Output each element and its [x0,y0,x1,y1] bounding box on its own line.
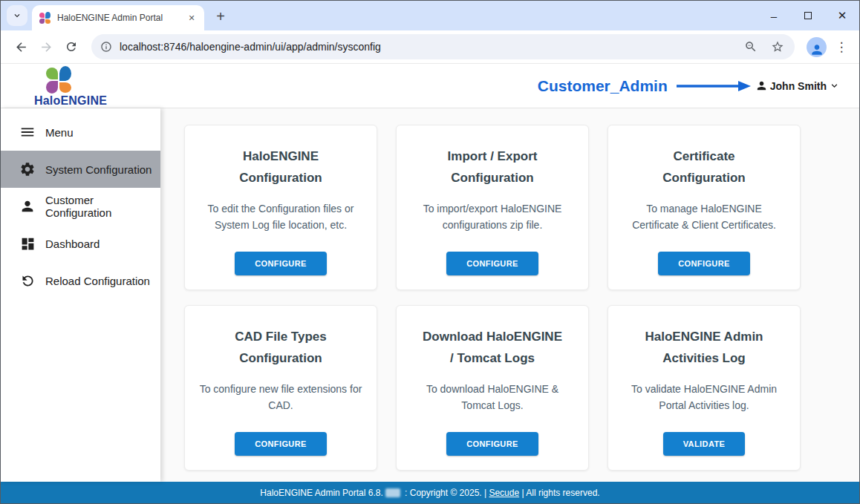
close-window-button[interactable]: ✕ [825,1,859,30]
tab-search-button[interactable] [7,5,27,26]
browser-toolbar: localhost:8746/haloengine-admin/ui/app/a… [1,30,859,64]
bookmark-star-icon[interactable] [768,37,787,56]
redacted-version-patch [385,488,400,497]
forward-button[interactable] [33,34,59,59]
haloengine-favicon [39,12,51,24]
footer-copyright-text: : Copyright © 2025. | [403,488,489,498]
sidebar-item-system-configuration[interactable]: System Configuration [1,151,160,188]
profile-person-icon [809,42,824,57]
logo-text: HaloENGINE [34,94,107,108]
card-import-export-configuration: Import / ExportConfiguration To import/e… [396,125,589,290]
configure-cad-button[interactable]: CONFIGURE [235,432,327,456]
tab-title: HaloENGINE Admin Portal [57,13,179,23]
card-title: HaloENGINEConfiguration [239,145,322,189]
menu-icon [19,124,36,140]
chevron-down-icon [12,10,22,21]
maximize-button[interactable] [791,1,825,30]
card-haloengine-configuration: HaloENGINEConfiguration To edit the Conf… [184,125,377,290]
card-description: To import/export HaloENGINE configuratio… [410,200,575,233]
url-text[interactable]: localhost:8746/haloengine-admin/ui/app/a… [120,41,734,53]
minimize-button[interactable]: – [757,1,791,30]
reload-icon [65,40,78,53]
sidebar-item-label: Reload Configuration [45,275,150,287]
sidebar-item-label: System Configuration [45,163,152,176]
browser-window: HaloENGINE Admin Portal ✕ + – ✕ localhos… [0,0,860,504]
sidebar-item-customer-configuration[interactable]: Customer Configuration [1,188,160,225]
card-description: To configure new file extensions for CAD… [198,381,363,413]
new-tab-button[interactable]: + [210,6,231,27]
user-person-icon [755,79,768,92]
gear-icon [19,161,36,177]
card-title: Download HaloENGINE/ Tomcat Logs [423,326,562,369]
card-description: To manage HaloENGINE Certificate & Clien… [622,200,786,233]
sidebar-item-label: Customer Configuration [45,194,160,219]
card-title: CAD File TypesConfiguration [235,326,326,369]
card-download-logs: Download HaloENGINE/ Tomcat Logs To down… [396,305,589,471]
footer-rights-text: | All rights reserved. [519,488,600,498]
card-description: To validate HaloENGINE Admin Portal Acti… [622,381,786,413]
user-menu[interactable]: John Smith [755,79,840,92]
footer-bar: HaloENGINE Admin Portal 6.8. : Copyright… [1,482,859,503]
tab-strip: HaloENGINE Admin Portal ✕ + – ✕ [1,1,859,30]
back-button[interactable] [8,34,33,59]
card-admin-activities-log: HaloENGINE AdminActivities Log To valida… [607,305,801,471]
role-annotation: Customer_Admin [538,77,668,95]
tab-close-icon[interactable]: ✕ [185,11,198,24]
back-arrow-icon [14,40,28,54]
forward-arrow-icon [39,40,53,54]
browser-menu-icon[interactable]: ⋮ [831,39,852,55]
reload-button[interactable] [59,34,84,59]
annotation-arrow-icon [675,80,751,92]
window-controls: – ✕ [757,1,859,30]
page-body: Menu System Configuration Customer Confi… [1,108,859,482]
validate-activities-log-button[interactable]: VALIDATE [663,432,746,456]
sidebar: Menu System Configuration Customer Confi… [1,108,160,482]
configure-certificate-button[interactable]: CONFIGURE [658,252,750,275]
card-description: To download HaloENGINE & Tomcat Logs. [410,381,575,413]
sidebar-item-dashboard[interactable]: Dashboard [1,225,160,262]
browser-tab[interactable]: HaloENGINE Admin Portal ✕ [32,5,204,30]
sidebar-item-label: Dashboard [45,238,100,250]
header-right: Customer_Admin John Smith [538,77,840,95]
maximize-icon [804,12,812,19]
card-title: Import / ExportConfiguration [448,145,538,189]
card-title: CertificateConfiguration [662,145,745,189]
card-title: HaloENGINE AdminActivities Log [645,326,763,369]
zoom-out-indicator-icon[interactable] [741,37,760,56]
sidebar-item-menu[interactable]: Menu [1,114,160,151]
profile-avatar[interactable] [807,37,827,57]
configure-haloengine-button[interactable]: CONFIGURE [235,252,327,275]
main-content: HaloENGINEConfiguration To edit the Conf… [160,108,859,482]
person-icon [19,198,36,215]
sidebar-item-label: Menu [45,126,74,139]
user-name: John Smith [770,80,827,92]
haloengine-logo: HaloENGINE [34,66,107,108]
address-bar[interactable]: localhost:8746/haloengine-admin/ui/app/a… [91,34,795,59]
site-info-icon[interactable] [100,41,112,53]
card-certificate-configuration: CertificateConfiguration To manage HaloE… [607,125,801,290]
card-description: To edit the Configuration files or Syste… [198,200,363,233]
card-cad-file-types-configuration: CAD File TypesConfiguration To configure… [184,305,377,471]
dashboard-icon [19,235,36,252]
configure-import-export-button[interactable]: CONFIGURE [446,252,538,275]
secude-link[interactable]: Secude [489,488,519,498]
card-grid: HaloENGINEConfiguration To edit the Conf… [184,125,859,471]
app-header: HaloENGINE Customer_Admin John Smith [1,64,859,108]
sidebar-item-reload-configuration[interactable]: Reload Configuration [1,262,160,299]
user-chevron-down-icon [829,80,840,91]
haloengine-logo-icon [46,66,71,94]
footer-version-text: HaloENGINE Admin Portal 6.8. [260,488,382,498]
configure-download-logs-button[interactable]: CONFIGURE [446,432,538,456]
reload-icon [19,272,36,289]
